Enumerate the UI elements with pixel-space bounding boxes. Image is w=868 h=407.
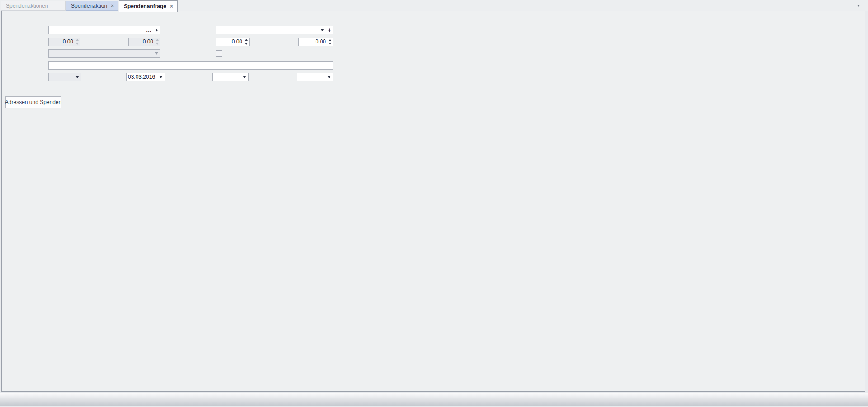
spin-down-button[interactable] [327,42,333,46]
spin-down-button[interactable] [75,42,80,46]
grosspende-checkbox[interactable] [216,50,222,57]
spin-up-button[interactable] [327,38,333,42]
add-spendenaktion-button[interactable]: + [326,26,333,34]
spende-chf-value: 0.00 [49,38,75,46]
verdankungsdatum-value [297,73,326,81]
dropdown-button[interactable] [157,73,165,81]
tab-label: Spendenanfrage [124,3,166,9]
spenderadresse-value [49,26,145,34]
dropdown-button[interactable] [153,50,160,57]
arrow-up-icon [329,39,331,41]
close-icon[interactable]: × [107,3,114,9]
chevron-down-icon [327,76,331,78]
document-tab-bar: Spendenaktionen Spendenaktion × Spendena… [0,0,868,11]
chevron-down-icon [321,29,324,31]
anfragedatum-value [213,73,241,81]
tab-label: Spendenaktion [71,3,107,9]
buchungsdatum-value: 03.03.2016 [127,73,157,81]
tab-label: Spendenaktionen [6,3,48,9]
arrow-right-icon [156,28,158,32]
arrow-down-icon [76,43,79,45]
anfragedatum-combo[interactable] [212,73,249,81]
arrow-down-icon [156,43,159,45]
tab-spendenaktion[interactable]: Spendenaktion × [66,1,118,11]
spin-up-button[interactable] [244,38,249,42]
ellipsis-button[interactable]: … [145,26,153,34]
beilage-value [49,62,333,69]
spendenaktion-value [216,26,319,34]
close-icon[interactable]: × [166,3,173,9]
spin-up-button[interactable] [155,38,160,42]
spende-chf-spinner[interactable]: 0.00 [48,38,80,46]
arrow-up-icon [156,39,159,41]
spin-down-button[interactable] [155,42,160,46]
spenderadresse-field[interactable]: … [48,26,160,34]
arrow-down-icon [245,43,248,45]
betrag-chf-value: 0.00 [299,38,327,46]
beilage-field[interactable] [48,61,333,70]
zugesichert-chf-spinner[interactable]: 0.00 [216,38,250,46]
arrow-up-icon [245,39,248,41]
dropdown-button[interactable] [319,26,326,34]
chevron-down-icon [75,76,79,78]
mehrbetrag-chf-spinner[interactable]: 0.00 [128,38,160,46]
open-record-button[interactable] [153,26,160,34]
arrow-down-icon [329,43,331,45]
spendenaktion-combo[interactable]: + [216,26,333,34]
mehrbetrag-chf-value: 0.00 [129,38,155,46]
bank-postkonto-value [49,50,153,57]
valutadatum-value [49,73,74,81]
tab-spendenanfrage[interactable]: Spendenanfrage × [119,0,178,12]
text-caret [218,27,218,33]
verdankungsdatum-combo[interactable] [297,73,333,81]
zugesichert-chf-value: 0.00 [216,38,244,46]
spin-up-button[interactable] [75,38,80,42]
chevron-down-icon [243,76,246,78]
chevron-down-icon [155,52,158,55]
bank-postkonto-combo[interactable] [48,49,160,58]
subtab-label: Adressen und Spenden [5,99,61,105]
tab-spendenaktionen[interactable]: Spendenaktionen [1,1,66,11]
status-bar [0,393,868,406]
spin-down-button[interactable] [244,42,249,46]
subtab-adressen-und-spenden[interactable]: Adressen und Spenden [5,96,61,108]
betrag-chf-spinner[interactable]: 0.00 [298,38,333,46]
chevron-down-icon [159,76,163,78]
dropdown-button[interactable] [74,73,81,81]
valutadatum-combo[interactable] [48,73,81,81]
tab-list-chevron-icon[interactable] [855,3,862,8]
dropdown-button[interactable] [241,73,248,81]
buchungsdatum-combo[interactable]: 03.03.2016 [126,73,165,81]
dropdown-button[interactable] [326,73,333,81]
arrow-up-icon [76,39,79,41]
